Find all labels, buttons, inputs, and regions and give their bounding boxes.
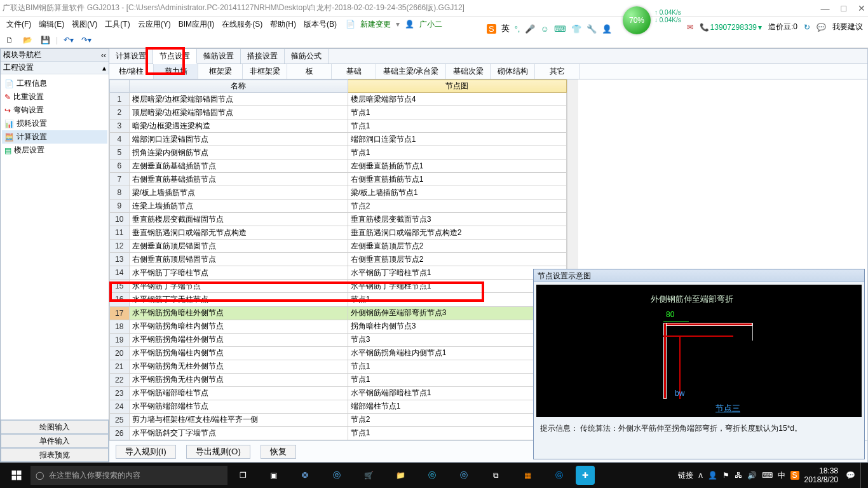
- row-node-cell[interactable]: 端部洞口连梁节点1: [348, 133, 566, 146]
- taskbar-app-6[interactable]: ⓔ: [417, 463, 447, 488]
- row-name-cell[interactable]: 水平钢筋端部暗柱节点: [129, 386, 348, 400]
- row-name-cell[interactable]: 水平钢筋拐角端柱外侧节点: [129, 333, 348, 346]
- ime-lang[interactable]: 英: [501, 23, 510, 34]
- tray-ime-lang[interactable]: 中: [778, 470, 785, 481]
- row-name-cell[interactable]: 水平钢筋端部端柱节点: [129, 400, 348, 413]
- row-name-cell[interactable]: 水平钢筋拐角暗柱内侧节点: [129, 320, 348, 333]
- nav-item-project-info[interactable]: 📄工程信息: [2, 77, 107, 90]
- ime-keyboard-icon[interactable]: ⌨: [554, 24, 566, 34]
- subtab-foundation[interactable]: 基础: [332, 64, 376, 79]
- menu-file[interactable]: 文件(F): [3, 18, 35, 31]
- subtab-masonry[interactable]: 砌体结构: [491, 64, 535, 79]
- minimize-icon[interactable]: —: [821, 3, 830, 13]
- menu-cloud[interactable]: 云应用(Y): [134, 18, 175, 31]
- tab-stirrup-settings[interactable]: 箍筋设置: [197, 49, 241, 64]
- table-row[interactable]: 18水平钢筋拐角暗柱内侧节点拐角暗柱内侧节点3: [110, 320, 567, 333]
- taskbar-app-3[interactable]: ⓔ: [322, 463, 352, 488]
- row-node-cell[interactable]: 节点1: [348, 106, 566, 119]
- row-node-cell[interactable]: 节点1: [348, 146, 566, 159]
- refresh-icon[interactable]: ↻: [804, 23, 810, 32]
- taskbar-search[interactable]: ◯ 在这里输入你要搜索的内容: [31, 466, 227, 485]
- ime-toolbox-icon[interactable]: 🔧: [587, 24, 597, 34]
- table-row[interactable]: 19水平钢筋拐角端柱外侧节点节点3: [110, 333, 567, 346]
- account-icon[interactable]: 👤: [405, 20, 414, 29]
- menu-tools[interactable]: 工具(T): [101, 18, 133, 31]
- taskbar-app-8[interactable]: ⧉: [480, 463, 511, 488]
- row-node-cell[interactable]: 节点1: [348, 119, 566, 133]
- nav-item-weight[interactable]: ✎比重设置: [2, 90, 107, 104]
- menu-online[interactable]: 在线服务(S): [218, 18, 266, 31]
- table-row[interactable]: 7右侧垂直筋基础插筋节点右侧垂直筋插筋节点1: [110, 173, 567, 186]
- row-name-cell[interactable]: 顶层暗梁/边框梁端部锚固节点: [129, 106, 348, 119]
- btn-report-preview[interactable]: 报表预览: [1, 448, 109, 462]
- toolbar-new-icon[interactable]: 🗋: [3, 34, 17, 46]
- project-settings-collapse-icon[interactable]: ▴: [102, 64, 106, 72]
- row-name-cell[interactable]: 右侧垂直筋顶层锚固节点: [129, 253, 348, 266]
- node-settings-table[interactable]: 名称 节点图 1楼层暗梁/边框梁端部锚固节点楼层暗梁端部节点42顶层暗梁/边框梁…: [109, 79, 567, 440]
- table-row[interactable]: 9连梁上墙插筋节点节点2: [110, 200, 567, 213]
- tray-network-icon[interactable]: 🖧: [735, 471, 742, 480]
- subtab-column[interactable]: 柱/墙柱: [109, 64, 154, 79]
- table-row[interactable]: 15水平钢筋丁字端节点水平钢筋丁字端柱节点1: [110, 280, 567, 293]
- toolbar-save-icon[interactable]: 💾: [38, 34, 52, 46]
- preview-node-link[interactable]: 节点三: [715, 403, 740, 414]
- nav-item-loss[interactable]: 📊损耗设置: [2, 117, 107, 130]
- btn-restore[interactable]: 恢复: [261, 445, 296, 459]
- table-row[interactable]: 16水平钢筋丁字无柱节点节点1: [110, 293, 567, 306]
- ime-punct-icon[interactable]: °,: [515, 24, 520, 34]
- row-node-cell[interactable]: 右侧垂直筋插筋节点1: [348, 173, 566, 186]
- ime-icon[interactable]: S: [487, 24, 496, 34]
- row-name-cell[interactable]: 暗梁/边框梁遇连梁构造: [129, 119, 348, 133]
- nav-item-floor[interactable]: ▤楼层设置: [2, 144, 107, 157]
- row-name-cell[interactable]: 连梁上墙插筋节点: [129, 200, 348, 213]
- taskbar-app-5[interactable]: 📁: [385, 463, 416, 488]
- phone-number[interactable]: 📞 13907298339 ▾: [700, 23, 762, 32]
- table-row[interactable]: 23水平钢筋端部暗柱节点水平钢筋端部暗柱节点1: [110, 386, 567, 400]
- table-row[interactable]: 2顶层暗梁/边框梁端部锚固节点节点1: [110, 106, 567, 119]
- row-name-cell[interactable]: 左侧垂直筋顶层锚固节点: [129, 240, 348, 253]
- row-node-cell[interactable]: 左侧垂直筋插筋节点1: [348, 159, 566, 173]
- windows-taskbar[interactable]: ◯ 在这里输入你要搜索的内容 ❐ ▣ ❂ ⓔ 🛒 📁 ⓔ ⓔ ⧉ ▦ Ⓖ ✚ 链…: [0, 463, 868, 488]
- table-row[interactable]: 1楼层暗梁/边框梁端部锚固节点楼层暗梁端部节点4: [110, 93, 567, 106]
- row-name-cell[interactable]: 端部洞口连梁锚固节点: [129, 133, 348, 146]
- menu-view[interactable]: 视图(V): [68, 18, 101, 31]
- subtab-slab[interactable]: 板: [287, 64, 332, 79]
- nav-item-calc-settings[interactable]: 🧮计算设置: [2, 130, 107, 144]
- accelerator-bubble[interactable]: 70%: [623, 6, 651, 34]
- subtab-other[interactable]: 其它: [535, 64, 580, 79]
- msg-icon[interactable]: ✉: [687, 23, 693, 32]
- ime-user-icon[interactable]: 👤: [602, 24, 612, 34]
- subtab-foundation-sec-beam[interactable]: 基础次梁: [446, 64, 491, 79]
- row-node-cell[interactable]: 垂直筋遇洞口或端部无节点构造2: [348, 226, 566, 240]
- row-node-cell[interactable]: 垂直筋楼层变截面节点3: [348, 213, 566, 226]
- module-nav-pin-icon[interactable]: ‹‹: [101, 51, 106, 60]
- taskbar-app-4[interactable]: 🛒: [353, 463, 384, 488]
- ime-emoji-icon[interactable]: ☺: [540, 24, 548, 34]
- row-name-cell[interactable]: 水平钢筋斜交丁字墙节点: [129, 426, 348, 440]
- tab-calc-settings[interactable]: 计算设置: [109, 49, 153, 64]
- project-settings-header[interactable]: 工程设置: [3, 62, 34, 73]
- row-node-cell[interactable]: 右侧垂直筋顶层节点2: [348, 253, 566, 266]
- toolbar-redo-icon[interactable]: ↷▾: [79, 34, 93, 46]
- row-name-cell[interactable]: 水平钢筋丁字暗柱节点: [129, 266, 348, 280]
- menu-bim[interactable]: BIM应用(I): [175, 18, 219, 31]
- row-name-cell[interactable]: 拐角连梁内侧钢筋节点: [129, 146, 348, 159]
- account-label[interactable]: 广小二: [419, 19, 442, 30]
- new-change-label[interactable]: 新建变更: [360, 19, 391, 30]
- taskbar-app-2[interactable]: ❂: [290, 463, 320, 488]
- btn-import-rules[interactable]: 导入规则(I): [116, 445, 176, 459]
- table-row[interactable]: 25剪力墙与框架柱/框支柱/端柱平齐一侧节点2: [110, 413, 567, 426]
- menu-edit[interactable]: 编辑(E): [35, 18, 68, 31]
- row-name-cell[interactable]: 水平钢筋拐角无柱内侧节点: [129, 373, 348, 386]
- menu-version[interactable]: 版本号(B): [300, 18, 341, 31]
- table-row[interactable]: 24水平钢筋端部端柱节点端部端柱节点1: [110, 400, 567, 413]
- table-row[interactable]: 6左侧垂直筋基础插筋节点左侧垂直筋插筋节点1: [110, 159, 567, 173]
- taskbar-app-9[interactable]: ▦: [512, 463, 543, 488]
- row-name-cell[interactable]: 剪力墙与框架柱/框支柱/端柱平齐一侧: [129, 413, 348, 426]
- tab-node-settings[interactable]: 节点设置: [153, 49, 197, 64]
- menu-help[interactable]: 帮助(H): [266, 18, 300, 31]
- btn-draw-input[interactable]: 绘图输入: [1, 420, 109, 434]
- nav-item-hook[interactable]: ↪弯钩设置: [2, 104, 107, 117]
- row-name-cell[interactable]: 右侧垂直筋基础插筋节点: [129, 173, 348, 186]
- task-view-icon[interactable]: ❐: [229, 463, 257, 488]
